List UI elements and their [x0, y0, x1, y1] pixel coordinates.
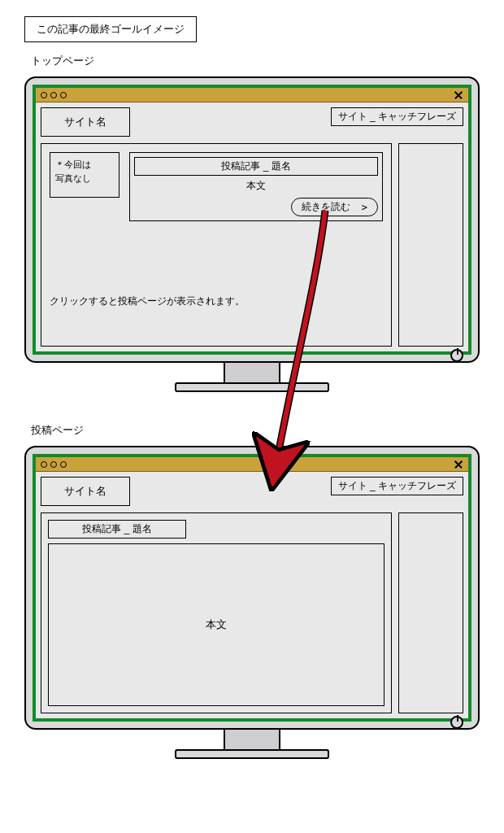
site-name-box: サイト名	[41, 477, 130, 506]
thumbnail-note-line1: ＊今回は	[55, 158, 114, 172]
page-body: サイト名 サイト _ キャッチフレーズ ＊今回は 写真なし	[36, 102, 468, 351]
traffic-light-icon	[50, 461, 57, 468]
read-more-label: 続きを読む	[302, 200, 350, 214]
site-header: サイト名 サイト _ キャッチフレーズ	[41, 107, 463, 137]
traffic-lights	[41, 461, 67, 468]
monitor-bezel: サイト名 サイト _ キャッチフレーズ 投稿記事 _ 題名 本文	[24, 446, 480, 730]
catch-phrase-box: サイト _ キャッチフレーズ	[331, 107, 463, 126]
click-note: クリックすると投稿ページが表示されます。	[50, 294, 383, 308]
chevron-right-icon: >	[362, 202, 367, 213]
monitor-stand	[224, 363, 280, 382]
post-summary-row: ＊今回は 写真なし 投稿記事 _ 題名 本文	[50, 152, 383, 221]
catch-phrase-box: サイト _ キャッチフレーズ	[331, 477, 463, 495]
goal-label-box: この記事の最終ゴールイメージ	[24, 16, 197, 42]
main-column: 投稿記事 _ 題名 本文	[41, 512, 392, 713]
sidebar-column	[398, 512, 463, 713]
main-column: ＊今回は 写真なし 投稿記事 _ 題名 本文	[41, 143, 392, 347]
post-title-box: 投稿記事 _ 題名	[134, 157, 378, 176]
close-icon[interactable]	[454, 460, 463, 469]
traffic-light-icon	[60, 461, 67, 468]
post-title-box: 投稿記事 _ 題名	[48, 520, 186, 539]
post-body-label: 本文	[206, 617, 227, 632]
monitor-stand-base	[175, 382, 329, 392]
traffic-light-icon	[60, 92, 67, 98]
power-button-icon	[450, 716, 463, 729]
catch-phrase: サイト _ キャッチフレーズ	[338, 480, 456, 491]
monitor-bezel: サイト名 サイト _ キャッチフレーズ ＊今回は 写真なし	[24, 76, 480, 363]
traffic-light-icon	[50, 92, 57, 98]
post-card: 投稿記事 _ 題名 本文 続きを読む >	[129, 152, 383, 221]
goal-label: この記事の最終ゴールイメージ	[37, 23, 185, 35]
window-titlebar	[36, 88, 468, 102]
sidebar-column	[398, 143, 463, 347]
post-body-label: 本文	[134, 179, 378, 193]
post-title: 投稿記事 _ 題名	[82, 523, 151, 534]
monitor-top: サイト名 サイト _ キャッチフレーズ ＊今回は 写真なし	[24, 76, 480, 392]
traffic-light-icon	[41, 461, 47, 468]
monitor-stand	[224, 730, 280, 749]
site-header: サイト名 サイト _ キャッチフレーズ	[41, 477, 463, 506]
traffic-lights	[41, 92, 67, 98]
window-titlebar	[36, 457, 468, 472]
screen-frame: サイト名 サイト _ キャッチフレーズ ＊今回は 写真なし	[33, 85, 471, 355]
section-top-page-label: トップページ	[31, 54, 488, 68]
monitor-post: サイト名 サイト _ キャッチフレーズ 投稿記事 _ 題名 本文	[24, 446, 480, 759]
browser-window: サイト名 サイト _ キャッチフレーズ ＊今回は 写真なし	[36, 88, 468, 351]
page-body: サイト名 サイト _ キャッチフレーズ 投稿記事 _ 題名 本文	[36, 472, 468, 718]
screen-frame: サイト名 サイト _ キャッチフレーズ 投稿記事 _ 題名 本文	[33, 454, 471, 722]
read-more-button[interactable]: 続きを読む >	[291, 198, 378, 216]
post-title: 投稿記事 _ 題名	[221, 160, 290, 172]
catch-phrase: サイト _ キャッチフレーズ	[338, 111, 456, 122]
site-name: サイト名	[64, 485, 106, 497]
power-button-icon	[450, 349, 463, 362]
columns: 投稿記事 _ 題名 本文	[41, 512, 463, 713]
site-name: サイト名	[64, 116, 106, 128]
traffic-light-icon	[41, 92, 47, 98]
section-post-page-label: 投稿ページ	[31, 423, 488, 438]
post-body-frame: 本文	[48, 543, 385, 706]
columns: ＊今回は 写真なし 投稿記事 _ 題名 本文	[41, 143, 463, 347]
thumbnail-placeholder: ＊今回は 写真なし	[50, 152, 119, 198]
close-icon[interactable]	[454, 90, 463, 100]
thumbnail-note-line2: 写真なし	[55, 172, 114, 185]
monitor-stand-base	[175, 749, 329, 759]
browser-window: サイト名 サイト _ キャッチフレーズ 投稿記事 _ 題名 本文	[36, 457, 468, 718]
site-name-box: サイト名	[41, 107, 130, 137]
